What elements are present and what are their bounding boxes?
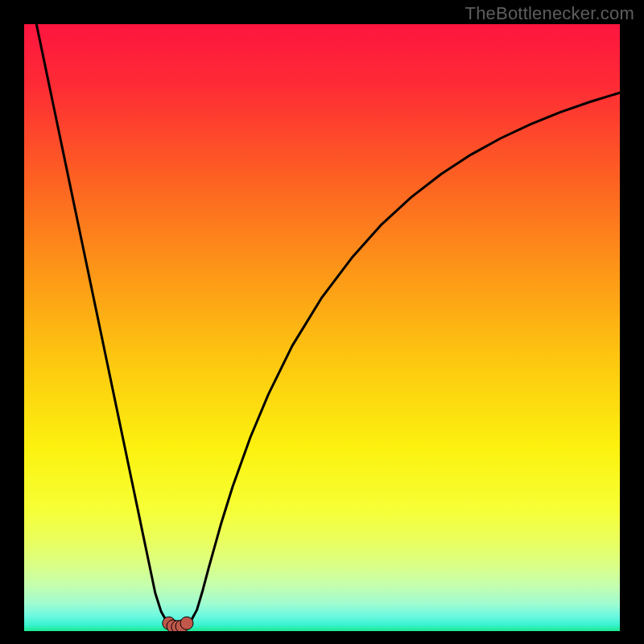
- gradient-background: [24, 24, 620, 631]
- chart-svg: [24, 24, 620, 631]
- attribution-text: TheBottlenecker.com: [465, 3, 634, 24]
- marker-dot: [180, 617, 193, 630]
- chart-frame: TheBottlenecker.com: [0, 0, 644, 644]
- plot-area: [24, 24, 620, 631]
